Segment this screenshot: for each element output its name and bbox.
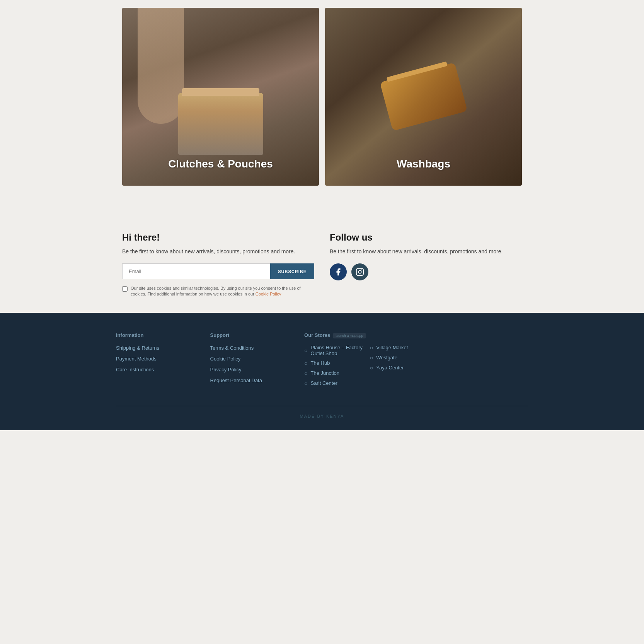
- store-item: ○ Village Market: [370, 345, 434, 351]
- yaya-center-link[interactable]: Yaya Center: [376, 365, 404, 371]
- made-by-text: MADE BY KENYA: [300, 414, 344, 419]
- instagram-button[interactable]: [351, 263, 368, 280]
- stores-col1: ○ Plains House – Factory Outlet Shop ○ T…: [304, 345, 368, 390]
- sarit-center-link[interactable]: Sarit Center: [311, 380, 337, 386]
- footer-information-col: Information Shipping & Returns Payment M…: [116, 332, 203, 390]
- social-icons: [330, 263, 522, 280]
- washbags-label: Washbags: [397, 158, 450, 170]
- list-item: Shipping & Returns: [116, 344, 203, 351]
- list-item: Care Instructions: [116, 366, 203, 373]
- payment-methods-link[interactable]: Payment Methods: [116, 356, 157, 362]
- footer-grid: Information Shipping & Returns Payment M…: [116, 332, 528, 390]
- footer-support-col: Support Terms & Conditions Cookie Policy…: [210, 332, 297, 390]
- clutch-visual: [178, 93, 263, 155]
- stores-header: Our Stores launch a map app: [304, 332, 434, 338]
- list-item: Terms & Conditions: [210, 344, 297, 351]
- information-title: Information: [116, 332, 203, 338]
- store-item: ○ Westgate: [370, 355, 434, 361]
- subscribe-button[interactable]: SUBSCRIBE: [270, 263, 314, 279]
- list-item: Request Personal Data: [210, 377, 297, 384]
- newsletter-section: Hi there! Be the first to know about new…: [116, 209, 528, 313]
- support-title: Support: [210, 332, 297, 338]
- footer-spacer-col: [441, 332, 528, 390]
- village-market-link[interactable]: Village Market: [376, 345, 408, 350]
- store-item: ○ The Junction: [304, 370, 368, 376]
- location-icon-3: ○: [304, 370, 307, 376]
- footer-stores-col: Our Stores launch a map app ○ Plains Hou…: [304, 332, 434, 390]
- list-item: Cookie Policy: [210, 355, 297, 362]
- footer: Information Shipping & Returns Payment M…: [0, 313, 644, 430]
- cookie-checkbox[interactable]: [122, 286, 128, 292]
- cookie-text: Our site uses cookies and similar techno…: [131, 285, 314, 297]
- plains-house-link[interactable]: Plains House – Factory Outlet Shop: [311, 345, 368, 356]
- the-hub-link[interactable]: The Hub: [311, 360, 330, 366]
- stores-title: Our Stores: [304, 332, 330, 338]
- store-item: ○ Plains House – Factory Outlet Shop: [304, 345, 368, 356]
- store-item: ○ Yaya Center: [370, 365, 434, 371]
- store-item: ○ Sarit Center: [304, 380, 368, 386]
- instagram-icon: [356, 268, 364, 276]
- list-item: Privacy Policy: [210, 366, 297, 373]
- svg-point-2: [361, 270, 363, 271]
- list-item: Payment Methods: [116, 355, 203, 362]
- product-grid: Clutches & Pouches Washbags: [116, 8, 528, 186]
- arm-visual: [138, 8, 184, 124]
- email-form: SUBSCRIBE: [122, 263, 314, 279]
- terms-conditions-link[interactable]: Terms & Conditions: [210, 345, 254, 351]
- facebook-button[interactable]: [330, 263, 347, 280]
- westgate-link[interactable]: Westgate: [376, 355, 397, 360]
- cookie-notice: Our site uses cookies and similar techno…: [122, 285, 314, 297]
- support-links: Terms & Conditions Cookie Policy Privacy…: [210, 344, 297, 384]
- follow-col: Follow us Be the first to know about new…: [330, 232, 522, 297]
- newsletter-title: Hi there!: [122, 232, 314, 243]
- care-instructions-link[interactable]: Care Instructions: [116, 367, 154, 372]
- product-card-washbags[interactable]: Washbags: [325, 8, 522, 186]
- stores-badge: launch a map app: [333, 333, 366, 338]
- product-card-clutches[interactable]: Clutches & Pouches: [122, 8, 319, 186]
- facebook-icon: [334, 268, 342, 276]
- made-by: MADE BY KENYA: [116, 406, 528, 419]
- the-junction-link[interactable]: The Junction: [311, 370, 339, 376]
- location-icon-5: ○: [370, 345, 373, 351]
- location-icon-6: ○: [370, 355, 373, 361]
- page-wrapper: Clutches & Pouches Washbags Hi there! Be…: [0, 0, 644, 430]
- footer-inner: Information Shipping & Returns Payment M…: [116, 332, 528, 419]
- stores-col2: ○ Village Market ○ Westgate ○ Yaya Cente…: [370, 345, 434, 390]
- email-input[interactable]: [122, 263, 270, 279]
- request-personal-data-link[interactable]: Request Personal Data: [210, 378, 262, 383]
- clutches-label: Clutches & Pouches: [168, 158, 273, 170]
- cookie-policy-link[interactable]: Cookie Policy: [256, 292, 281, 296]
- location-icon-4: ○: [304, 380, 307, 386]
- cookie-policy-footer-link[interactable]: Cookie Policy: [210, 356, 241, 362]
- follow-title: Follow us: [330, 232, 522, 243]
- privacy-policy-link[interactable]: Privacy Policy: [210, 367, 242, 372]
- information-links: Shipping & Returns Payment Methods Care …: [116, 344, 203, 373]
- stores-columns: ○ Plains House – Factory Outlet Shop ○ T…: [304, 345, 434, 390]
- store-item: ○ The Hub: [304, 360, 368, 366]
- location-icon-7: ○: [370, 365, 373, 371]
- shipping-returns-link[interactable]: Shipping & Returns: [116, 345, 159, 351]
- location-icon-1: ○: [304, 347, 307, 354]
- newsletter-description: Be the first to know about new arrivals,…: [122, 248, 314, 256]
- location-icon-2: ○: [304, 360, 307, 366]
- svg-rect-0: [356, 268, 363, 275]
- svg-point-1: [358, 270, 361, 273]
- newsletter-col: Hi there! Be the first to know about new…: [122, 232, 314, 297]
- main-content: Clutches & Pouches Washbags: [116, 0, 528, 209]
- follow-description: Be the first to know about new arrivals,…: [330, 248, 522, 256]
